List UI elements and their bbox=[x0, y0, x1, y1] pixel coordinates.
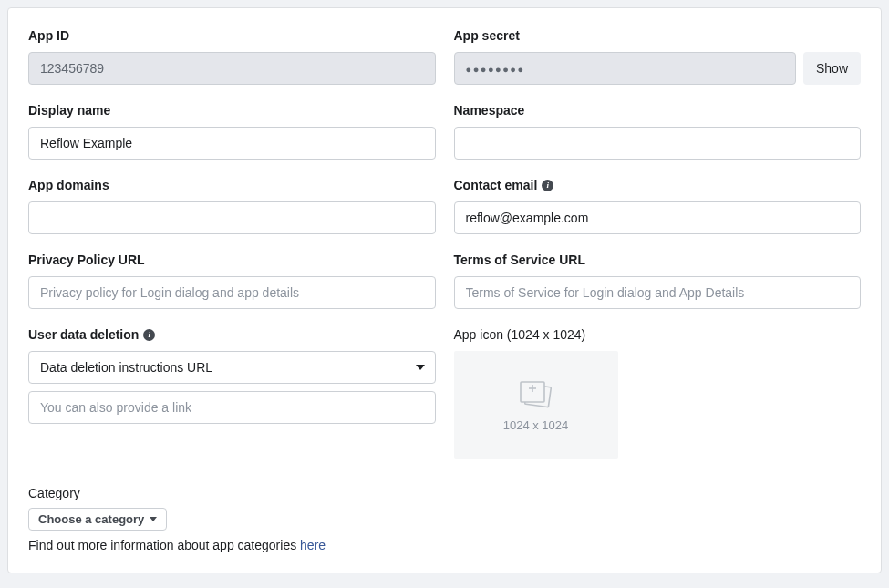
category-select-label: Choose a category bbox=[38, 512, 144, 526]
user-data-deletion-selected[interactable] bbox=[28, 351, 436, 384]
app-id-field: App ID bbox=[28, 28, 436, 85]
app-icon-field: App icon (1024 x 1024) 1024 x 1024 bbox=[454, 327, 862, 459]
info-icon: i bbox=[143, 329, 155, 341]
category-section: Category Choose a category Find out more… bbox=[28, 486, 861, 552]
show-secret-button[interactable]: Show bbox=[803, 52, 861, 85]
contact-email-label: Contact email i bbox=[454, 178, 862, 192]
app-domains-input[interactable] bbox=[28, 201, 436, 234]
app-secret-label: App secret bbox=[454, 28, 862, 43]
privacy-url-field: Privacy Policy URL bbox=[28, 253, 436, 309]
app-id-input bbox=[28, 52, 436, 85]
app-icon-upload[interactable]: 1024 x 1024 bbox=[454, 351, 618, 459]
privacy-url-label: Privacy Policy URL bbox=[28, 253, 436, 267]
app-domains-label: App domains bbox=[28, 178, 436, 192]
user-data-deletion-label: User data deletion i bbox=[28, 327, 436, 342]
app-secret-field: App secret ●●●●●●●● Show bbox=[454, 28, 862, 85]
privacy-url-input[interactable] bbox=[28, 276, 436, 309]
tos-url-input[interactable] bbox=[454, 276, 862, 309]
tos-url-field: Terms of Service URL bbox=[454, 253, 862, 309]
contact-email-input[interactable] bbox=[454, 201, 862, 234]
app-id-label: App ID bbox=[28, 28, 436, 43]
info-icon: i bbox=[542, 180, 553, 191]
namespace-field: Namespace bbox=[454, 103, 862, 160]
user-data-deletion-link-input[interactable] bbox=[28, 391, 436, 424]
display-name-field: Display name bbox=[28, 103, 436, 160]
chevron-down-icon bbox=[150, 517, 157, 521]
app-settings-card: App ID Display name App domains Privacy … bbox=[7, 7, 882, 573]
category-label: Category bbox=[28, 486, 861, 500]
user-data-deletion-select[interactable] bbox=[28, 351, 436, 384]
display-name-label: Display name bbox=[28, 103, 436, 118]
app-icon-dimensions: 1024 x 1024 bbox=[503, 418, 569, 432]
category-info-link[interactable]: here bbox=[300, 538, 326, 552]
display-name-input[interactable] bbox=[28, 127, 436, 160]
namespace-label: Namespace bbox=[454, 103, 862, 118]
tos-url-label: Terms of Service URL bbox=[454, 253, 862, 267]
namespace-input[interactable] bbox=[454, 127, 862, 160]
user-data-deletion-field: User data deletion i bbox=[28, 327, 436, 424]
image-placeholder-icon bbox=[513, 378, 559, 411]
app-secret-input: ●●●●●●●● bbox=[454, 52, 796, 85]
contact-email-field: Contact email i bbox=[454, 178, 862, 234]
category-select[interactable]: Choose a category bbox=[28, 508, 167, 531]
app-domains-field: App domains bbox=[28, 178, 436, 234]
category-info-text: Find out more information about app cate… bbox=[28, 538, 861, 552]
app-icon-label: App icon (1024 x 1024) bbox=[454, 327, 862, 342]
